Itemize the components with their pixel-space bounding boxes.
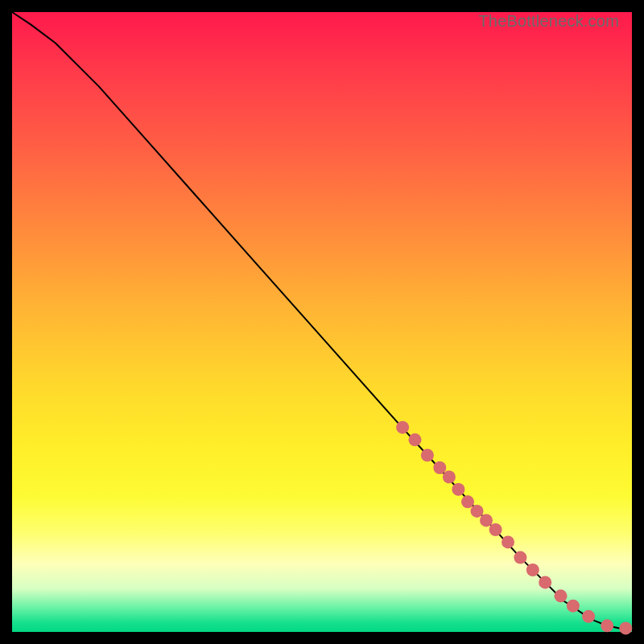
data-marker	[619, 621, 632, 634]
chart-frame: TheBottleneck.com	[0, 0, 644, 644]
marker-group	[396, 421, 632, 635]
data-marker	[582, 610, 595, 623]
data-marker	[489, 523, 502, 536]
data-marker	[396, 421, 409, 434]
data-marker	[526, 564, 539, 576]
data-marker	[601, 619, 613, 632]
plot-area: TheBottleneck.com	[12, 12, 632, 632]
data-marker	[502, 535, 514, 548]
data-marker	[471, 505, 484, 518]
data-marker	[480, 514, 493, 526]
data-marker	[555, 589, 568, 602]
data-marker	[567, 600, 580, 613]
bottleneck-curve	[12, 12, 632, 629]
data-marker	[452, 483, 464, 496]
data-marker	[433, 461, 446, 474]
data-marker	[409, 433, 422, 446]
data-marker	[421, 449, 434, 462]
chart-svg	[12, 12, 632, 632]
data-marker	[539, 576, 551, 588]
data-marker	[461, 495, 474, 508]
data-marker	[514, 551, 526, 564]
data-marker	[443, 471, 456, 484]
